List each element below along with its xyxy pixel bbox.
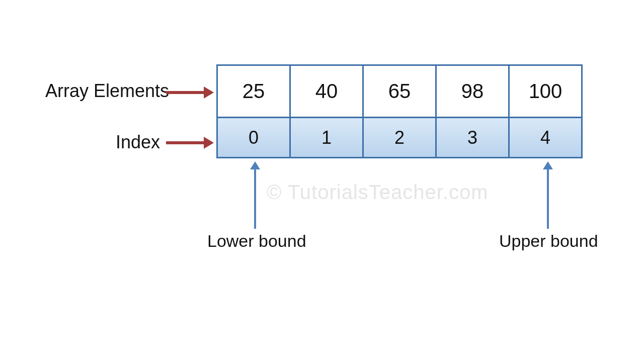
array-elements-row: 25 40 65 98 100 — [217, 65, 582, 118]
arrow-icon — [166, 140, 214, 146]
arrow-up-icon — [254, 168, 256, 229]
upper-bound-label: Upper bound — [499, 231, 598, 251]
array-cell: 25 — [217, 65, 290, 118]
index-cell: 3 — [436, 118, 509, 158]
index-cell: 1 — [290, 118, 363, 158]
arrow-icon — [166, 89, 214, 96]
array-diagram: 25 40 65 98 100 0 1 2 3 4 — [216, 64, 583, 158]
array-cell: 40 — [290, 65, 363, 118]
index-cell: 0 — [217, 118, 290, 158]
array-indices-row: 0 1 2 3 4 — [217, 118, 582, 158]
index-cell: 4 — [509, 118, 582, 158]
array-cell: 65 — [363, 65, 436, 118]
array-elements-label: Array Elements — [45, 80, 169, 102]
watermark-text: © TutorialsTeacher.com — [267, 181, 489, 204]
array-cell: 100 — [509, 65, 582, 118]
index-label: Index — [116, 132, 160, 153]
array-cell: 98 — [436, 65, 509, 118]
arrow-up-icon — [547, 168, 549, 229]
lower-bound-label: Lower bound — [207, 231, 306, 251]
index-cell: 2 — [363, 118, 436, 158]
